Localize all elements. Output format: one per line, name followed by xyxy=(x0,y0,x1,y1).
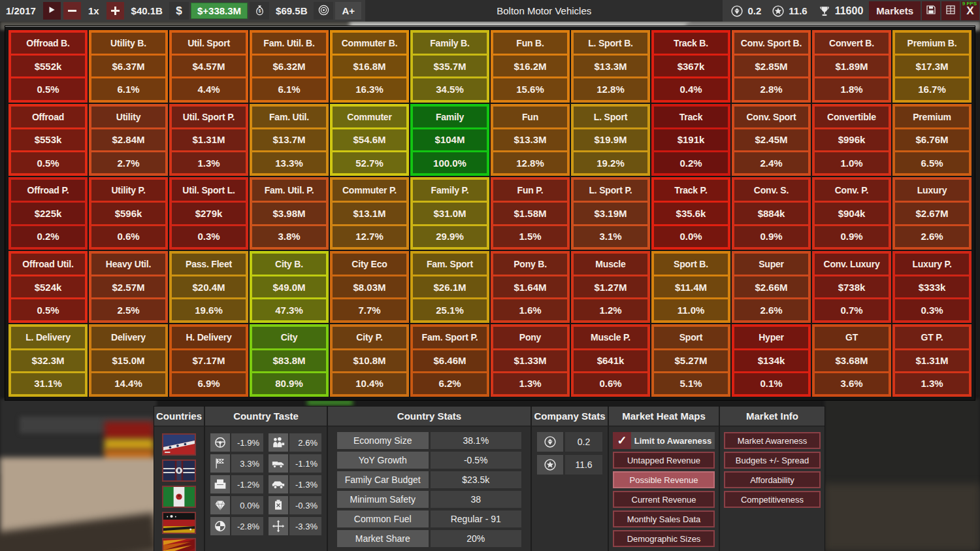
reports-button[interactable] xyxy=(941,1,960,20)
segment-name: Pony B. xyxy=(493,254,567,275)
heat-map-button-untapped-revenue[interactable]: Untapped Revenue xyxy=(613,452,715,469)
markets-button[interactable]: Markets xyxy=(869,1,921,20)
segment-name: Commuter B. xyxy=(333,33,406,54)
market-segment-cell[interactable]: Fam. Util. P.$3.98M3.8% xyxy=(250,177,329,250)
market-segment-cell[interactable]: H. Delivery$7.17M6.9% xyxy=(169,324,248,397)
market-segment-cell[interactable]: City B.$49.0M47.3% xyxy=(250,251,329,324)
market-segment-cell[interactable]: Heavy Util.$2.57M2.5% xyxy=(89,251,168,324)
segment-revenue: $13.7M xyxy=(252,129,326,150)
segment-name: Commuter P. xyxy=(333,180,406,201)
market-segment-cell[interactable]: Convert B.$1.89M1.8% xyxy=(812,30,891,103)
market-segment-cell[interactable]: Offroad$553k0.5% xyxy=(8,104,88,176)
market-segment-cell[interactable]: Luxury P.$333k0.3% xyxy=(892,251,972,324)
market-segment-cell[interactable]: Conv. Luxury$738k0.7% xyxy=(812,251,891,324)
market-segment-cell[interactable]: Utility$2.84M2.7% xyxy=(89,104,168,176)
market-segment-cell[interactable]: Track$191k0.2% xyxy=(651,104,730,176)
segment-revenue: $3.19M xyxy=(574,203,647,224)
market-info-button-competitiveness[interactable]: Competitiveness xyxy=(724,491,821,508)
market-segment-cell[interactable]: Fun B.$16.2M15.6% xyxy=(491,30,570,103)
country-stat-value: 20% xyxy=(431,530,522,547)
speed-decrease-button[interactable] xyxy=(63,2,81,20)
market-segment-cell[interactable]: Family B.$35.7M34.5% xyxy=(410,30,489,103)
market-segment-cell[interactable]: Offroad B.$552k0.5% xyxy=(8,30,88,103)
market-segment-cell[interactable]: Sport$5.27M5.1% xyxy=(651,324,730,397)
market-segment-cell[interactable]: Fun$13.3M12.8% xyxy=(491,104,570,176)
market-segment-cell[interactable]: Utility B.$6.37M6.1% xyxy=(89,30,168,103)
country-flag-flag-green-white[interactable] xyxy=(162,486,196,508)
market-segment-cell[interactable]: Conv. S.$884k0.9% xyxy=(732,177,811,250)
market-segment-cell[interactable]: Utility P.$596k0.6% xyxy=(89,177,168,250)
play-button[interactable] xyxy=(43,2,61,20)
market-segment-cell[interactable]: City Eco$8.03M7.7% xyxy=(330,251,409,324)
heat-map-button-demographic-sizes[interactable]: Demographic Sizes xyxy=(613,530,715,547)
market-segment-cell[interactable]: Muscle$1.27M1.2% xyxy=(571,251,650,324)
market-info-button-market-awareness[interactable]: Market Awareness xyxy=(724,432,821,449)
heat-map-button-current-revenue[interactable]: Current Revenue xyxy=(613,491,715,508)
segment-name: Fun xyxy=(493,107,567,127)
market-segment-cell[interactable]: Delivery$15.0M14.4% xyxy=(89,324,168,397)
market-segment-cell[interactable]: Util. Sport$4.57M4.4% xyxy=(169,30,248,103)
heat-map-button-monthly-sales-data[interactable]: Monthly Sales Data xyxy=(613,510,715,527)
segment-name: Commuter xyxy=(333,107,406,127)
market-segment-cell[interactable]: Conv. P.$904k0.9% xyxy=(812,177,891,250)
market-info-button-affordability[interactable]: Affordability xyxy=(724,471,821,488)
market-segment-cell[interactable]: Util. Sport L.$279k0.3% xyxy=(169,177,248,250)
market-info-button-budgets-spread[interactable]: Budgets +/- Spread xyxy=(724,452,821,469)
market-segment-cell[interactable]: Track P.$35.6k0.0% xyxy=(651,177,730,250)
market-segment-cell[interactable]: Offroad Util.$524k0.5% xyxy=(8,251,88,324)
market-segment-cell[interactable]: GT P.$1.31M1.3% xyxy=(892,324,972,397)
market-segment-cell[interactable]: Fam. Sport P.$6.46M6.2% xyxy=(410,324,489,397)
market-segment-cell[interactable]: GT$3.68M3.6% xyxy=(812,324,891,397)
market-segment-cell[interactable]: Pony B.$1.64M1.6% xyxy=(491,251,570,324)
company-stat-row: 0.2 xyxy=(537,432,602,452)
market-segment-cell[interactable]: Luxury$2.67M2.6% xyxy=(892,177,972,250)
market-segment-cell[interactable]: Hyper$134k0.1% xyxy=(732,324,811,397)
market-segment-cell[interactable]: Fun P.$1.58M1.5% xyxy=(491,177,570,250)
heat-map-button-possible-revenue[interactable]: Possible Revenue xyxy=(613,471,715,488)
save-button[interactable] xyxy=(922,1,940,20)
market-segment-cell[interactable]: Commuter B.$16.8M16.3% xyxy=(330,30,409,103)
market-segment-cell[interactable]: Fam. Util. B.$6.32M6.1% xyxy=(250,30,329,103)
market-segment-cell[interactable]: Conv. Sport$2.45M2.4% xyxy=(732,104,811,176)
market-segment-cell[interactable]: Premium$6.76M6.5% xyxy=(892,104,972,176)
market-segment-cell[interactable]: Conv. Sport B.$2.85M2.8% xyxy=(732,30,811,103)
country-flag-flag-black-red-gold[interactable] xyxy=(162,512,196,534)
country-flag-flag-stars-stripe[interactable] xyxy=(162,433,196,456)
market-segment-cell[interactable]: Fam. Util.$13.7M13.3% xyxy=(250,104,329,176)
market-segment-cell[interactable]: Pass. Fleet$20.4M19.6% xyxy=(169,251,248,324)
market-segment-cell[interactable]: City$83.8M80.9% xyxy=(250,324,329,397)
country-flag-flag-naval-cross[interactable] xyxy=(162,459,196,482)
market-segment-cell[interactable]: Muscle P.$641k0.6% xyxy=(571,324,650,397)
market-segment-cell[interactable]: L. Sport$19.9M19.2% xyxy=(571,104,650,176)
country-flag-flag-rays-star[interactable] xyxy=(162,538,196,551)
market-segment-cell[interactable]: Fam. Sport$26.1M25.1% xyxy=(410,251,489,324)
segment-revenue: $2.85M xyxy=(734,56,808,76)
speed-increase-button[interactable] xyxy=(106,2,124,20)
country-stat-label: Family Car Budget xyxy=(337,471,429,488)
market-segment-cell[interactable]: Pony$1.33M1.3% xyxy=(491,324,570,397)
market-segment-cell[interactable]: Family P.$31.0M29.9% xyxy=(410,177,489,250)
market-segment-cell[interactable]: L. Sport B.$13.3M12.8% xyxy=(571,30,650,103)
country-flag-list xyxy=(154,427,204,551)
market-segment-cell[interactable]: L. Sport P.$3.19M3.1% xyxy=(571,177,650,250)
market-segment-cell[interactable]: Commuter$54.6M52.7% xyxy=(330,104,409,176)
market-segment-cell[interactable]: Premium B.$17.3M16.7% xyxy=(892,30,972,103)
market-segment-cell[interactable]: Super$2.66M2.6% xyxy=(732,251,811,324)
market-segment-cell[interactable]: Util. Sport P.$1.31M1.3% xyxy=(169,104,248,176)
segment-revenue: $1.31M xyxy=(895,350,969,371)
country-stat-label: Market Share xyxy=(337,530,429,547)
market-segment-cell[interactable]: Offroad P.$225k0.2% xyxy=(8,177,88,250)
market-segment-cell[interactable]: Commuter P.$13.1M12.7% xyxy=(330,177,409,250)
segment-name: Fam. Sport xyxy=(413,254,487,275)
market-segment-cell[interactable]: Track B.$367k0.4% xyxy=(651,30,730,103)
plus-icon xyxy=(111,7,120,15)
market-segment-cell[interactable]: L. Delivery$32.3M31.1% xyxy=(8,324,88,397)
segment-share: 0.6% xyxy=(91,226,165,247)
segment-revenue: $1.64M xyxy=(493,276,567,297)
offroad-vehicle-icon xyxy=(269,475,288,493)
market-segment-cell[interactable]: City P.$10.8M10.4% xyxy=(330,324,409,397)
market-segment-cell[interactable]: Convertible$996k1.0% xyxy=(812,104,891,176)
market-segment-cell[interactable]: Family$104M100.0% xyxy=(410,104,489,176)
market-segment-cell[interactable]: Sport B.$11.4M11.0% xyxy=(651,251,730,324)
limit-to-awareness-toggle[interactable]: ✓ Limit to Awareness xyxy=(613,432,715,449)
